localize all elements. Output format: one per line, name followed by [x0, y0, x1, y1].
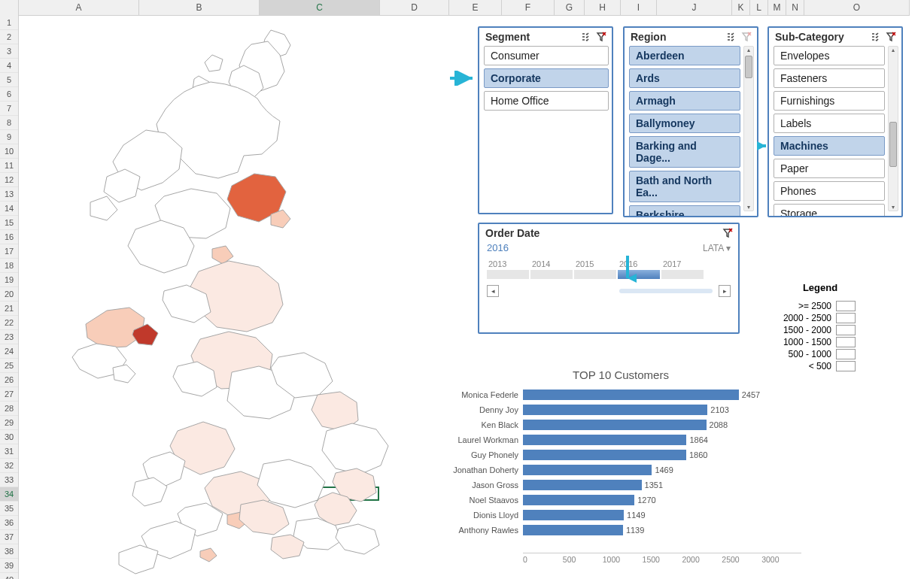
timeline-track[interactable]: [487, 270, 731, 279]
slicer-item[interactable]: Fasteners: [774, 68, 885, 88]
timeline-segment-2016[interactable]: [618, 270, 661, 279]
col-header-G[interactable]: G: [555, 0, 585, 15]
scrollbar[interactable]: ▴ ▾: [743, 46, 754, 211]
row-header-15[interactable]: 15: [0, 216, 18, 230]
row-header-19[interactable]: 19: [0, 273, 18, 287]
slicer-item[interactable]: Furnishings: [774, 91, 885, 111]
slicer-item[interactable]: Barking and Dage...: [629, 136, 740, 168]
row-header-38[interactable]: 38: [0, 544, 18, 559]
col-header-I[interactable]: I: [621, 0, 657, 15]
slicer-item[interactable]: Corporate: [484, 68, 609, 88]
row-header-22[interactable]: 22: [0, 316, 18, 330]
clear-filter-icon[interactable]: [740, 31, 752, 43]
timeline-scroll[interactable]: [619, 289, 713, 293]
slicer-item[interactable]: Ballymoney: [629, 114, 740, 133]
row-header-18[interactable]: 18: [0, 259, 18, 273]
row-header-35[interactable]: 35: [0, 502, 18, 516]
row-header-39[interactable]: 39: [0, 559, 18, 573]
row-header-27[interactable]: 27: [0, 387, 18, 402]
row-header-25[interactable]: 25: [0, 359, 18, 373]
row-header-2[interactable]: 2: [0, 30, 18, 44]
row-header-32[interactable]: 32: [0, 459, 18, 473]
slicer-item[interactable]: Storage: [774, 204, 885, 216]
slicer-subcategory[interactable]: Sub-Category EnvelopesFastenersFurnishin…: [767, 26, 903, 217]
slicer-item[interactable]: Aberdeen: [629, 46, 740, 65]
row-header-20[interactable]: 20: [0, 287, 18, 302]
slicer-item[interactable]: Armagh: [629, 91, 740, 111]
row-header-16[interactable]: 16: [0, 230, 18, 244]
row-header-9[interactable]: 9: [0, 130, 18, 144]
col-header-D[interactable]: D: [380, 0, 449, 15]
slicer-item[interactable]: Berkshire: [629, 205, 740, 216]
row-header-10[interactable]: 10: [0, 144, 18, 159]
row-header-6[interactable]: 6: [0, 87, 18, 102]
row-header-1[interactable]: 1: [0, 16, 18, 30]
slicer-item[interactable]: Labels: [774, 114, 885, 133]
slicer-item[interactable]: Envelopes: [774, 46, 885, 65]
slicer-item[interactable]: Bath and North Ea...: [629, 171, 740, 202]
clear-filter-icon[interactable]: [595, 31, 607, 43]
select-all-corner[interactable]: [0, 0, 19, 16]
legend-row: 1000 - 1500: [760, 337, 880, 347]
row-header-26[interactable]: 26: [0, 373, 18, 387]
clear-filter-icon[interactable]: [722, 227, 734, 239]
timeline-segment-2015[interactable]: [574, 270, 618, 279]
row-header-13[interactable]: 13: [0, 187, 18, 202]
timeline-prev-button[interactable]: ◂: [487, 285, 499, 297]
row-header-11[interactable]: 11: [0, 159, 18, 173]
timeline-segment-2014[interactable]: [530, 270, 574, 279]
row-header-14[interactable]: 14: [0, 202, 18, 216]
uk-map-chart[interactable]: [38, 26, 459, 575]
row-header-33[interactable]: 33: [0, 473, 18, 487]
col-header-A[interactable]: A: [19, 0, 139, 15]
col-header-B[interactable]: B: [139, 0, 260, 15]
slicer-item[interactable]: Consumer: [484, 46, 609, 65]
col-header-C[interactable]: C: [260, 0, 380, 15]
row-header-23[interactable]: 23: [0, 330, 18, 344]
slicer-item[interactable]: Ards: [629, 68, 740, 88]
row-header-40[interactable]: 40: [0, 573, 18, 579]
slicer-segment[interactable]: Segment ConsumerCorporateHome Office: [478, 26, 613, 214]
col-header-N[interactable]: N: [786, 0, 804, 15]
col-header-O[interactable]: O: [804, 0, 910, 15]
row-header-37[interactable]: 37: [0, 530, 18, 544]
col-header-H[interactable]: H: [585, 0, 621, 15]
multiselect-icon[interactable]: [870, 31, 882, 43]
col-header-F[interactable]: F: [502, 0, 555, 15]
row-header-36[interactable]: 36: [0, 516, 18, 530]
row-header-24[interactable]: 24: [0, 344, 18, 359]
slicer-item[interactable]: Machines: [774, 136, 885, 156]
row-header-5[interactable]: 5: [0, 73, 18, 87]
row-header-17[interactable]: 17: [0, 244, 18, 259]
timeline-next-button[interactable]: ▸: [719, 285, 731, 297]
row-header-7[interactable]: 7: [0, 102, 18, 116]
multiselect-icon[interactable]: [725, 31, 737, 43]
col-header-M[interactable]: M: [768, 0, 786, 15]
col-header-L[interactable]: L: [750, 0, 768, 15]
slicer-item[interactable]: Phones: [774, 181, 885, 201]
timeline-unit-selector[interactable]: LATA ▾: [703, 243, 731, 253]
row-header-8[interactable]: 8: [0, 116, 18, 130]
multiselect-icon[interactable]: [580, 31, 592, 43]
timeline-segment-2013[interactable]: [487, 270, 530, 279]
row-header-30[interactable]: 30: [0, 430, 18, 444]
row-header-4[interactable]: 4: [0, 59, 18, 73]
slicer-item[interactable]: Paper: [774, 159, 885, 178]
row-header-34[interactable]: 34: [0, 487, 18, 502]
col-header-E[interactable]: E: [449, 0, 502, 15]
scrollbar[interactable]: ▴ ▾: [888, 46, 898, 211]
slicer-region[interactable]: Region AberdeenArdsArmaghBallymoneyBarki…: [623, 26, 758, 217]
row-header-29[interactable]: 29: [0, 416, 18, 430]
timeline-order-date[interactable]: Order Date 2016 LATA ▾ 20132014201520162…: [478, 223, 740, 334]
clear-filter-icon[interactable]: [885, 31, 897, 43]
row-header-21[interactable]: 21: [0, 302, 18, 316]
timeline-segment-2017[interactable]: [661, 270, 705, 279]
col-header-K[interactable]: K: [732, 0, 750, 15]
row-header-31[interactable]: 31: [0, 444, 18, 459]
top-customers-chart[interactable]: TOP 10 Customers Monica Federle2457Denny…: [440, 368, 801, 579]
row-header-12[interactable]: 12: [0, 173, 18, 187]
slicer-item[interactable]: Home Office: [484, 91, 609, 111]
row-header-3[interactable]: 3: [0, 44, 18, 59]
col-header-J[interactable]: J: [657, 0, 732, 15]
row-header-28[interactable]: 28: [0, 402, 18, 416]
